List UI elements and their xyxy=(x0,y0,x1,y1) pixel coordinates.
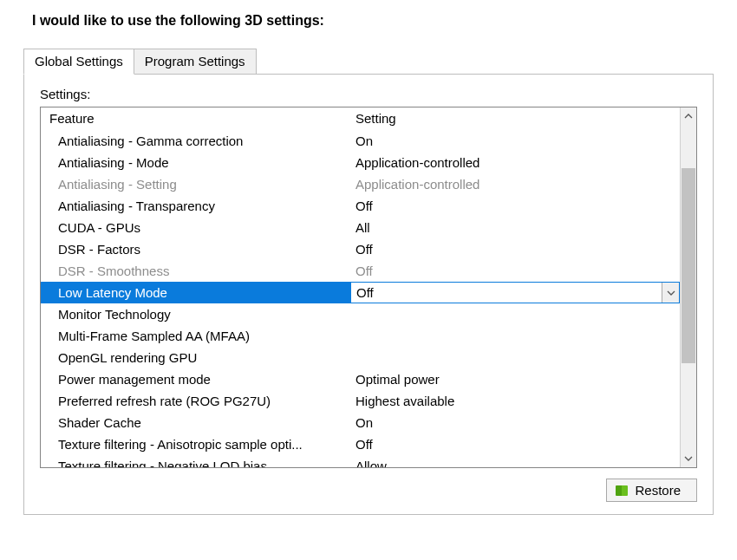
column-header-setting[interactable]: Setting xyxy=(350,107,680,130)
feature-cell: Antialiasing - Mode xyxy=(41,152,350,173)
restore-button-label: Restore xyxy=(635,483,681,498)
setting-cell: All xyxy=(350,217,680,238)
setting-cell-combo: Off Off On xyxy=(350,282,680,303)
setting-cell: Application-controlled xyxy=(350,173,680,195)
scroll-up-button[interactable] xyxy=(681,107,696,125)
settings-grid: Feature Setting Antialiasing - Gamma cor… xyxy=(40,107,697,468)
scroll-down-button[interactable] xyxy=(681,450,696,467)
setting-cell: Off xyxy=(350,195,680,217)
setting-cell xyxy=(350,303,680,325)
feature-cell: Shader Cache xyxy=(41,412,350,433)
feature-cell: Antialiasing - Setting xyxy=(41,173,350,195)
feature-cell: Antialiasing - Gamma correction xyxy=(41,130,350,152)
feature-cell: Antialiasing - Transparency xyxy=(41,195,350,217)
table-row: DSR - Smoothness Off xyxy=(41,260,680,282)
feature-cell: Power management mode xyxy=(41,368,350,390)
table-row[interactable]: Multi-Frame Sampled AA (MFAA) xyxy=(41,325,680,347)
tab-program-settings[interactable]: Program Settings xyxy=(134,49,257,75)
table-row[interactable]: Antialiasing - Mode Application-controll… xyxy=(41,152,680,173)
table-row[interactable]: Power management mode Optimal power xyxy=(41,368,680,390)
feature-cell: Multi-Frame Sampled AA (MFAA) xyxy=(41,325,350,347)
table-row-selected[interactable]: Low Latency Mode Off Off xyxy=(41,282,680,303)
chevron-down-icon xyxy=(684,456,693,461)
table-row[interactable]: Antialiasing - Transparency Off xyxy=(41,195,680,217)
table-row[interactable]: Texture filtering - Negative LOD bias Al… xyxy=(41,455,680,467)
setting-cell: Application-controlled xyxy=(350,152,680,173)
chevron-up-icon xyxy=(684,114,693,119)
table-row[interactable]: CUDA - GPUs All xyxy=(41,217,680,238)
settings-label: Settings: xyxy=(40,87,697,101)
combobox-value: Off xyxy=(351,283,662,303)
column-header-feature[interactable]: Feature xyxy=(41,107,350,130)
feature-cell: Monitor Technology xyxy=(41,303,350,325)
table-row[interactable]: DSR - Factors Off xyxy=(41,238,680,260)
feature-cell: DSR - Smoothness xyxy=(41,260,350,282)
table-row: Antialiasing - Setting Application-contr… xyxy=(41,173,680,195)
setting-cell xyxy=(350,347,680,368)
scroll-thumb[interactable] xyxy=(682,168,695,363)
setting-cell: Off xyxy=(350,260,680,282)
table-row[interactable]: Shader Cache On xyxy=(41,412,680,433)
tab-global-settings[interactable]: Global Settings xyxy=(23,49,134,75)
table-row[interactable]: Monitor Technology xyxy=(41,303,680,325)
setting-cell: Allow xyxy=(350,455,680,467)
feature-cell: Low Latency Mode xyxy=(41,282,350,303)
setting-cell: Off xyxy=(350,433,680,455)
feature-cell: Preferred refresh rate (ROG PG27U) xyxy=(41,390,350,412)
setting-combobox[interactable]: Off xyxy=(350,282,680,303)
scroll-track[interactable] xyxy=(681,125,696,450)
combobox-dropdown-button[interactable] xyxy=(662,283,679,303)
nvidia-icon xyxy=(616,485,628,496)
table-row[interactable]: Preferred refresh rate (ROG PG27U) Highe… xyxy=(41,390,680,412)
table-header-row: Feature Setting xyxy=(41,107,680,130)
feature-cell: Texture filtering - Anisotropic sample o… xyxy=(41,433,350,455)
feature-cell: OpenGL rendering GPU xyxy=(41,347,350,368)
setting-cell: Off xyxy=(350,238,680,260)
setting-cell: On xyxy=(350,130,680,152)
setting-cell: Highest available xyxy=(350,390,680,412)
restore-button[interactable]: Restore xyxy=(606,479,697,502)
setting-cell: On xyxy=(350,412,680,433)
table-row[interactable]: Antialiasing - Gamma correction On xyxy=(41,130,680,152)
feature-cell: CUDA - GPUs xyxy=(41,217,350,238)
page-title: I would like to use the following 3D set… xyxy=(32,13,714,29)
vertical-scrollbar[interactable] xyxy=(680,107,696,467)
table-row[interactable]: OpenGL rendering GPU xyxy=(41,347,680,368)
feature-cell: DSR - Factors xyxy=(41,238,350,260)
feature-cell: Texture filtering - Negative LOD bias xyxy=(41,455,350,467)
setting-cell: Optimal power xyxy=(350,368,680,390)
chevron-down-icon xyxy=(667,290,675,296)
setting-cell xyxy=(350,325,680,347)
tab-bar: Global Settings Program Settings xyxy=(23,48,714,74)
table-row[interactable]: Texture filtering - Anisotropic sample o… xyxy=(41,433,680,455)
tab-panel-global: Settings: Feature Setting Antialiasing -… xyxy=(23,74,714,515)
